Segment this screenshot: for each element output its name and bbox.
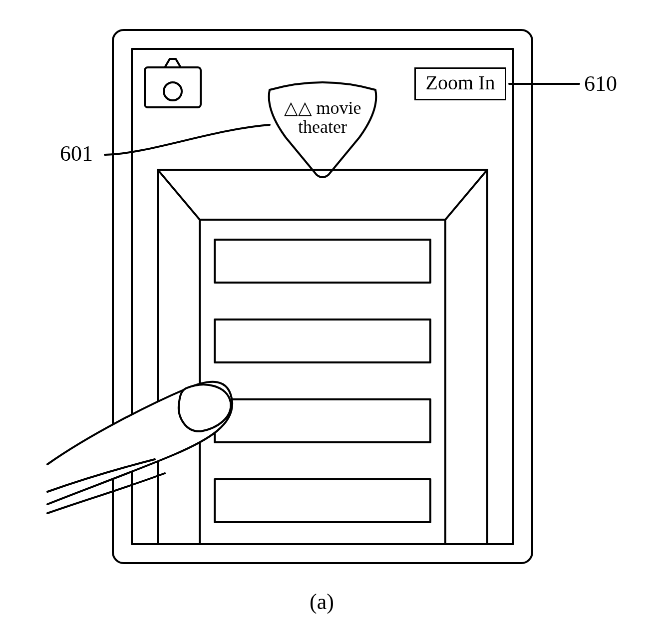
svg-rect-3 [200,220,445,544]
svg-rect-8 [215,399,430,442]
figure-svg [0,0,672,644]
finger-icon [47,382,232,513]
building[interactable] [158,170,487,544]
callout-610: 610 [584,73,617,95]
svg-line-5 [445,170,487,220]
location-marker-label: △△ movie theater [278,99,367,137]
svg-rect-9 [215,479,430,522]
callout-601: 601 [60,143,93,165]
svg-rect-6 [215,240,430,283]
svg-rect-7 [215,320,430,362]
callout-leader-601 [105,125,270,155]
marker-line2: theater [298,117,347,137]
camera-icon [145,59,201,107]
svg-line-4 [158,170,200,220]
svg-point-1 [164,82,182,100]
patent-figure: Zoom In △△ movie theater 601 610 (a) [0,0,672,644]
zoom-in-button[interactable]: Zoom In [414,67,506,100]
zoom-in-label: Zoom In [426,71,495,94]
marker-line1: △△ movie [284,98,361,118]
svg-rect-2 [158,170,487,544]
figure-label: (a) [310,589,334,615]
